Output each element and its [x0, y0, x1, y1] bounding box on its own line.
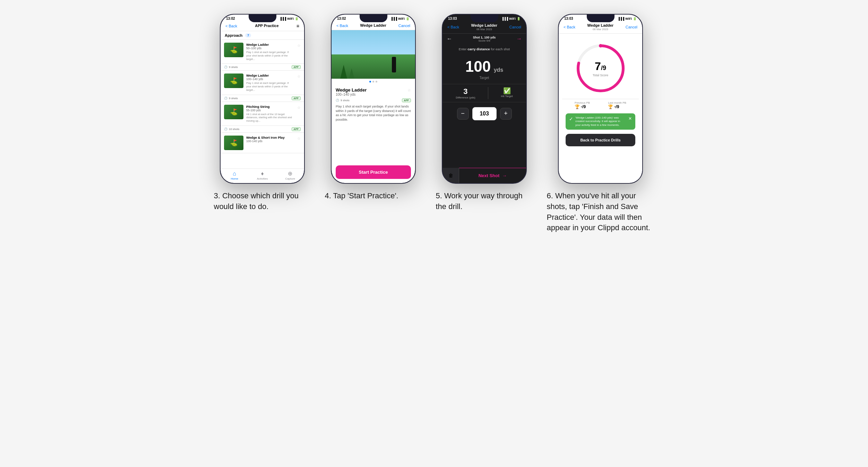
drill-name-1: Wedge Ladder [246, 43, 294, 46]
drill-list-3: ⛳ Wedge Ladder 50–100 yds Play 1 shot at… [221, 40, 304, 168]
status-time-4: 13:02 [337, 17, 346, 20]
cancel-button-5[interactable]: Cancel [509, 25, 521, 29]
step-6-column: 13:03 ▐▐▐ WiFi 🔋 < Back Wedge Ladder 06 … [547, 14, 654, 233]
category-badge-3: 7 [245, 33, 251, 37]
star-icon-1[interactable]: ☆ [297, 43, 301, 48]
signal-icon-4: ▐▐▐ [390, 17, 397, 20]
nav-bar-6: < Back Wedge Ladder 06 Mar 2023 Cancel [559, 21, 642, 34]
delete-button-5[interactable]: 🗑 [442, 168, 459, 183]
back-button-6[interactable]: < Back [564, 25, 575, 29]
phone-inner-4: 13:02 ▐▐▐ WiFi 🔋 < Back Wedge Ladder Can… [332, 15, 415, 183]
back-button-4[interactable]: < Back [336, 24, 348, 28]
score-circle-6: 7/9 Total Score [573, 41, 628, 96]
home-icon-3: ⌂ [233, 171, 236, 176]
shot-label-5: Shot 1, 100 yds [473, 36, 496, 39]
previous-pb-value-6: 🏆 -/9 [575, 104, 590, 109]
drill-desc-2: Play 1 shot at each target yardage. If y… [246, 81, 294, 92]
shot-distance-input-5[interactable]: 103 [472, 107, 497, 120]
drill-name-4: Wedge & Short Iron Play [246, 136, 294, 139]
score-dot-6 [599, 44, 602, 47]
target-label-5: Target [447, 76, 522, 80]
back-button-5[interactable]: < Back [447, 25, 459, 29]
nav-title-6: Wedge Ladder 06 Mar 2023 [587, 23, 614, 31]
clock-icon-1: 🕐 [224, 66, 227, 69]
drill-info-2: Wedge Ladder 100–140 yds Play 1 shot at … [246, 73, 294, 92]
last-month-pb-value-6: 🏆 -/9 [608, 104, 626, 109]
signal-icon-6: ▐▐▐ [618, 17, 624, 20]
phone-inner-6: 13:03 ▐▐▐ WiFi 🔋 < Back Wedge Ladder 06 … [559, 15, 642, 183]
next-shot-label-5: Next Shot [479, 173, 500, 178]
star-detail-4[interactable]: ☆ [407, 88, 411, 93]
step-5-column: 13:03 ▐▐▐ WiFi 🔋 < Back Wedge Ladder 06 … [436, 14, 533, 212]
last-month-pb-6: Last month PB 🏆 -/9 [608, 101, 626, 109]
app-badge-3: APP [292, 127, 301, 131]
cancel-button-4[interactable]: Cancel [398, 24, 410, 28]
clock-icon-detail-4: 🕐 [336, 99, 339, 102]
battery-icon-5: 🔋 [517, 17, 521, 20]
status-icons-3: ▐▐▐ WiFi 🔋 [280, 17, 299, 20]
detail-range-4: 100–140 yds [336, 93, 367, 96]
dot-2-4 [372, 81, 374, 83]
score-screen-6: 7/9 Total Score Previous PB 🏆 -/9 [559, 34, 642, 183]
drill-item-1[interactable]: ⛳ Wedge Ladder 50–100 yds Play 1 shot at… [221, 40, 304, 64]
hit-target-icon-5: ✅ [501, 87, 513, 95]
app-badge-detail-4: APP [402, 98, 411, 102]
shot-info-5: Shot 1, 100 yds Score 5/9 [473, 36, 496, 42]
drill-item-3[interactable]: ⛳ Pitching String 55-100 yds Hit 1 shot … [221, 102, 304, 126]
drill-desc-3: Hit 1 shot at each of the 10 target dist… [246, 113, 294, 123]
step-4-description: 4. Tap 'Start Practice'. [325, 191, 398, 201]
tab-activities-3[interactable]: ♦ Activities [248, 171, 276, 180]
drill-item-4[interactable]: ⛳ Wedge & Short Iron Play 100-140 yds ☆ [221, 133, 304, 153]
wifi-icon-6: WiFi [625, 17, 632, 20]
drill-shots-2: 🕐 9 shots [224, 97, 238, 100]
drill-range-3: 55-100 yds [246, 109, 294, 112]
back-to-drills-button-6[interactable]: Back to Practice Drills [566, 134, 635, 146]
drill-thumb-4: ⛳ [224, 136, 243, 150]
nav-menu-3[interactable]: ≡ [297, 23, 299, 29]
close-icon-toast-6[interactable]: ✕ [628, 116, 632, 121]
star-icon-2[interactable]: ☆ [297, 74, 301, 79]
battery-icon-6: 🔋 [633, 17, 637, 20]
tab-home-3[interactable]: ⌂ Home [221, 171, 248, 180]
start-practice-button-4[interactable]: Start Practice [336, 165, 411, 179]
phone-5: 13:03 ▐▐▐ WiFi 🔋 < Back Wedge Ladder 06 … [442, 14, 527, 184]
results-row-5: 3 Difference (yds) ✅ Hit Target [442, 84, 526, 102]
next-arrow-5[interactable]: → [516, 36, 522, 42]
score-center-text-6: 7/9 Total Score [593, 60, 608, 77]
signal-icon-3: ▐▐▐ [280, 17, 286, 20]
phone-notch-5 [471, 15, 498, 22]
step-4-column: 13:02 ▐▐▐ WiFi 🔋 < Back Wedge Ladder Can… [325, 14, 422, 201]
star-icon-4[interactable]: ☆ [297, 136, 301, 141]
phone-inner-5: 13:03 ▐▐▐ WiFi 🔋 < Back Wedge Ladder 06 … [442, 15, 526, 183]
status-time-6: 13:03 [564, 17, 573, 20]
next-shot-button-5[interactable]: Next Shot → [459, 168, 526, 183]
detail-shots-row-4: 🕐 9 shots APP [336, 98, 411, 102]
tab-capture-3[interactable]: ⊕ Capture [276, 171, 304, 180]
score-denom-6: /9 [601, 64, 606, 71]
prev-arrow-5[interactable]: ← [447, 36, 452, 42]
target-yds-5: 100 [465, 58, 491, 75]
drill-range-4: 100-140 yds [246, 139, 294, 143]
drill-item-2[interactable]: ⛳ Wedge Ladder 100–140 yds Play 1 shot a… [221, 71, 304, 95]
star-icon-3[interactable]: ☆ [297, 105, 301, 110]
drill-footer-1: 🕐 9 shots APP [221, 64, 304, 71]
cancel-button-6[interactable]: Cancel [626, 25, 637, 29]
divider-5 [488, 87, 488, 99]
decrement-button-5[interactable]: − [457, 108, 469, 120]
pb-row-6: Previous PB 🏆 -/9 Last month PB 🏆 -/9 [562, 99, 639, 111]
next-shot-arrow-5: → [502, 173, 507, 178]
hit-target-label-5: Hit Target [501, 95, 513, 98]
image-dots-4 [332, 79, 415, 85]
trophy-icon-month-6: 🏆 [608, 104, 613, 109]
success-toast-6: ✓ 'Wedge Ladder (100–140 yds)' was creat… [566, 113, 635, 130]
drill-info-3: Pitching String 55-100 yds Hit 1 shot at… [246, 105, 294, 123]
wifi-icon-5: WiFi [509, 17, 516, 20]
phone-3: 13:02 ▐▐▐ WiFi 🔋 < Back APP Practice ≡ A… [220, 14, 305, 184]
step-5-description: 5. Work your way through the drill. [436, 191, 526, 212]
toast-text-6: 'Wedge Ladder (100–140 yds)' was created… [575, 116, 626, 127]
increment-button-5[interactable]: + [500, 108, 512, 120]
drill-thumb-3: ⛳ [224, 105, 243, 119]
page-container: 13:02 ▐▐▐ WiFi 🔋 < Back APP Practice ≡ A… [191, 14, 677, 233]
difference-item-5: 3 Difference (yds) [456, 87, 475, 99]
back-button-3[interactable]: < Back [225, 24, 237, 28]
